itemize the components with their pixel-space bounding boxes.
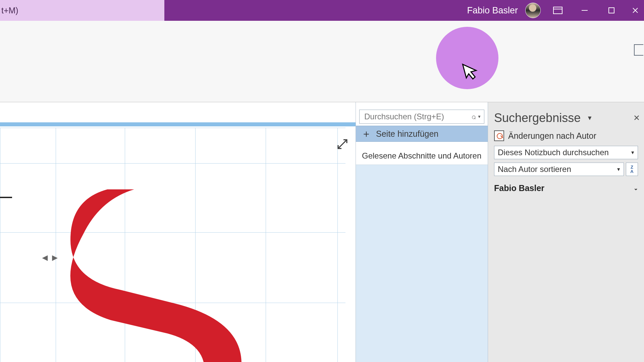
title-bar-left-fragment: t+M)	[0, 0, 164, 21]
chevron-down-icon: ▼	[630, 150, 635, 155]
page-list-item[interactable]: Gelesene Abschnitte und Autoren	[356, 142, 488, 165]
chevron-down-icon: ▼	[616, 167, 621, 172]
results-header: Suchergebnisse ▼ ✕	[488, 111, 644, 130]
a-label: A	[630, 169, 633, 174]
scroll-left-icon[interactable]: ◄	[40, 252, 50, 263]
minimize-button[interactable]	[575, 4, 594, 17]
close-pane-button[interactable]: ✕	[633, 113, 640, 123]
search-input[interactable]	[364, 112, 472, 121]
author-result-item[interactable]: Fabio Basler ⌄	[488, 178, 644, 196]
title-bar: t+M) Fabio Basler	[0, 0, 644, 21]
note-canvas[interactable]: ◄ ►	[0, 102, 356, 362]
sort-label: Nach Autor sortieren	[498, 165, 571, 174]
scope-label: Dieses Notizbuch durchsuchen	[498, 148, 609, 157]
pages-pane-fill	[356, 165, 488, 362]
section-color-strip	[0, 122, 356, 126]
plus-icon: ＋	[361, 127, 371, 141]
results-fill	[488, 196, 644, 362]
dock-panel-icon[interactable]	[634, 44, 643, 56]
page-search-icon	[494, 130, 504, 141]
search-results-pane: Suchergebnisse ▼ ✕ Änderungen nach Autor…	[488, 102, 644, 362]
shortcut-text: t+M)	[1, 6, 18, 15]
changes-by-author-label: Änderungen nach Autor	[508, 131, 596, 141]
chevron-down-icon[interactable]: ⌄	[634, 185, 638, 191]
sort-dropdown[interactable]: Nach Autor sortieren ▼	[494, 163, 624, 176]
close-button[interactable]	[629, 4, 642, 17]
scope-row: Dieses Notizbuch durchsuchen ▼	[494, 146, 638, 159]
results-title-dropdown-icon[interactable]: ▼	[587, 115, 593, 122]
maximize-button[interactable]	[602, 4, 621, 17]
search-box[interactable]: ⌕ ▼	[359, 110, 484, 124]
cursor-highlight-circle	[436, 27, 498, 89]
ribbon-display-options-button[interactable]	[548, 4, 568, 17]
author-name-label: Fabio Basler	[494, 183, 544, 193]
section-scroll-arrows[interactable]: ◄ ►	[40, 252, 59, 263]
ribbon-area	[0, 21, 644, 102]
search-wrap: ⌕ ▼	[356, 102, 488, 126]
expand-icon[interactable]	[337, 138, 348, 153]
results-title-label: Suchergebnisse	[494, 111, 581, 125]
sort-row: Nach Autor sortieren ▼ Z A	[494, 163, 638, 176]
drawing-red-s	[67, 156, 262, 362]
svg-line-6	[339, 140, 346, 148]
search-icon[interactable]: ⌕	[472, 112, 476, 121]
svg-rect-0	[553, 7, 562, 14]
svg-rect-3	[609, 8, 614, 13]
search-scope-dropdown-icon[interactable]: ▼	[477, 114, 481, 119]
main-area: ◄ ► ⌕ ▼ ＋ Seite hinzufü	[0, 102, 644, 362]
add-page-label: Seite hinzufügen	[376, 129, 438, 139]
pages-pane: ⌕ ▼ ＋ Seite hinzufügen Gelesene Abschnit…	[356, 102, 488, 362]
scope-dropdown[interactable]: Dieses Notizbuch durchsuchen ▼	[494, 146, 638, 159]
user-avatar[interactable]	[525, 3, 541, 18]
changes-by-author-row[interactable]: Änderungen nach Autor	[488, 130, 644, 144]
title-bar-right: Fabio Basler	[467, 3, 644, 18]
scroll-right-icon[interactable]: ►	[50, 252, 60, 263]
user-name[interactable]: Fabio Basler	[467, 5, 518, 16]
title-placeholder-line	[0, 197, 12, 198]
add-page-button[interactable]: ＋ Seite hinzufügen	[356, 126, 488, 142]
page-title-label: Gelesene Abschnitte und Autoren	[362, 151, 481, 160]
sort-direction-button[interactable]: Z A	[626, 163, 638, 176]
results-title[interactable]: Suchergebnisse ▼	[494, 111, 593, 125]
